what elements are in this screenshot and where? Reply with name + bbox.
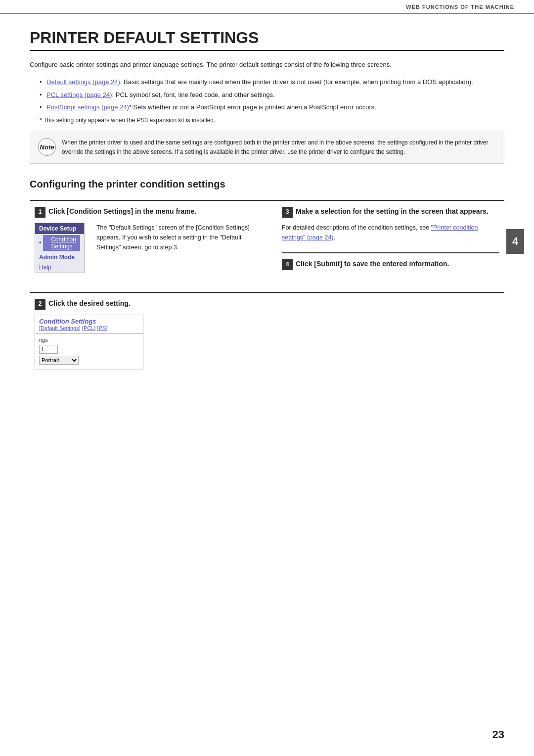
note-box: Note When the printer driver is used and… [30,132,504,163]
step-2-number: 2 [35,299,45,310]
section-title: Configuring the printer condition settin… [30,179,504,190]
page-title: PRINTER DEFAULT SETTINGS [30,29,504,51]
note-icon: Note [38,138,56,156]
menu-device-setup: Device Setup [35,223,84,234]
step-2-panel: Condition Settings [Default Settings] [P… [35,315,143,370]
pcl-panel-link[interactable]: [PCL] [82,325,96,331]
step-1-body: The "Default Settings" screen of the [Co… [96,223,262,252]
step-2-label-ngs: ngs [39,337,48,343]
note-text: When the printer driver is used and the … [62,138,496,157]
intro-text: Configure basic printer settings and pri… [30,60,504,70]
step-2-heading: 2 Click the desired setting. [35,299,499,310]
default-settings-link[interactable]: Default settings (page 24) [46,78,120,86]
menu-help[interactable]: Help [35,263,84,273]
step-2-heading-text: Click the desired setting. [48,299,499,309]
step-3-block: 3 Make a selection for the setting in th… [267,200,504,282]
list-item: PostScript settings (page 24)*:Sets whet… [40,102,504,113]
step-2-panel-row-select: Portrait [39,356,139,365]
menu-condition-settings[interactable]: Condition Settings [43,235,80,251]
pcl-settings-link[interactable]: PCL settings (page 24) [46,91,112,98]
step-2-panel-body: ngs Portrait [35,334,143,370]
step-1-heading-text: Click [Condition Settings] in the menu f… [48,207,262,217]
menu-frame: Device Setup • Condition Settings Admin … [35,223,85,273]
default-settings-panel-link[interactable]: [Default Settings] [39,325,81,331]
bullet-text-2: *:Sets whether or not a PostScript error… [129,103,376,111]
step-4-heading-text: Click [Submit] to save the entered infor… [296,259,499,269]
header-bar: WEB FUNCTIONS OF THE MACHINE [0,0,534,14]
footnote: * This setting only appears when the PS3… [40,117,504,124]
step-3-heading: 3 Make a selection for the setting in th… [282,207,499,218]
list-item: Default settings (page 24): Basic settin… [40,77,504,88]
step-2-panel-row-input [39,345,139,354]
step-2-input[interactable] [39,345,58,354]
steps-row-1: 1 Click [Condition Settings] in the menu… [30,200,504,282]
step-3-body: For detailed descriptions of the conditi… [282,223,499,242]
step-2-panel-title: Condition Settings [39,318,139,325]
step-1-heading: 1 Click [Condition Settings] in the menu… [35,207,262,218]
step-2-panel-links: [Default Settings] [PCL] [PS] [39,325,139,331]
step-1-block: 1 Click [Condition Settings] in the menu… [30,200,267,282]
step-2-panel-row-ngs: ngs [39,337,139,343]
bullet-text-0: : Basic settings that are mainly used wh… [120,78,473,86]
step-4-heading: 4 Click [Submit] to save the entered inf… [282,259,499,270]
side-badge: 4 [506,229,524,254]
page-number: 23 [492,728,504,741]
bullet-text-1: : PCL symbol set, font, line feed code, … [112,91,274,98]
step-2-panel-header: Condition Settings [Default Settings] [P… [35,315,143,334]
page-content: PRINTER DEFAULT SETTINGS Configure basic… [0,14,534,417]
step-2-select[interactable]: Portrait [39,356,79,365]
step-1-number: 1 [35,207,45,218]
ps-panel-link[interactable]: [PS] [97,325,107,331]
step-4-block: 4 Click [Submit] to save the entered inf… [282,252,499,270]
step-4-number: 4 [282,259,293,270]
postscript-settings-link[interactable]: PostScript settings (page 24) [46,103,129,111]
bullet-list: Default settings (page 24): Basic settin… [40,77,504,113]
list-item: PCL settings (page 24): PCL symbol set, … [40,90,504,100]
step-3-number: 3 [282,207,293,218]
step-2-block: 2 Click the desired setting. Condition S… [30,292,504,377]
header-title: WEB FUNCTIONS OF THE MACHINE [406,4,514,10]
step-3-heading-text: Make a selection for the setting in the … [296,207,499,217]
step-1-content: Device Setup • Condition Settings Admin … [35,223,262,273]
menu-admin-mode[interactable]: Admin Mode [35,252,84,263]
